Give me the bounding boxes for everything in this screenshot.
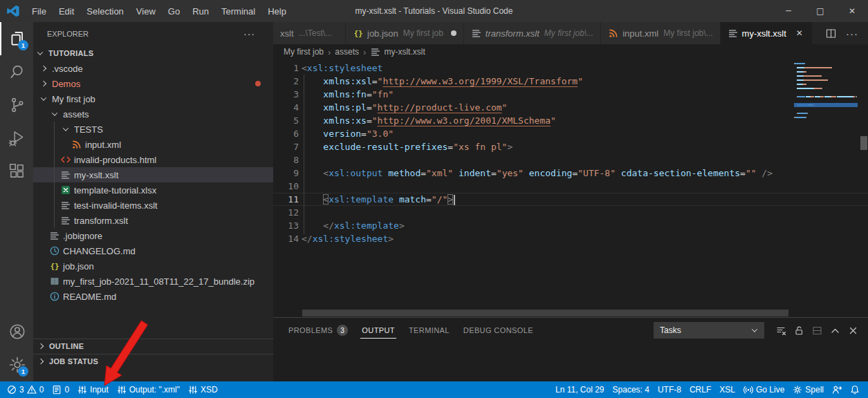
code-line-5[interactable]: 5 xmlns:xs="http://www.w3.org/2001/XMLSc…	[273, 114, 868, 127]
status-go-live[interactable]: Go Live	[739, 381, 788, 398]
menu-view[interactable]: View	[130, 0, 162, 22]
job-status-section-header[interactable]: JOB STATUS	[33, 354, 273, 368]
search-icon[interactable]	[0, 55, 33, 88]
status-cursor-position[interactable]: Ln 11, Col 29	[551, 381, 609, 398]
status-feedback[interactable]	[828, 381, 846, 398]
tree-file-jobignore[interactable]: .jobignore	[33, 228, 273, 243]
status-language-mode[interactable]: XSL	[715, 381, 739, 398]
status-encoding[interactable]: UTF-8	[654, 381, 685, 398]
tree-file-job-json[interactable]: {}job.json	[33, 258, 273, 274]
settings-gear-icon[interactable]: 1	[0, 348, 33, 381]
code-line-8[interactable]: 8	[273, 153, 868, 167]
status-spell-checker[interactable]: Spell	[788, 381, 828, 398]
menu-edit[interactable]: Edit	[53, 0, 80, 22]
horizontal-scrollbar[interactable]	[302, 310, 788, 316]
tree-root[interactable]: TUTORIALS	[33, 46, 273, 61]
code-line-13[interactable]: 13 </xsl:template>	[273, 219, 868, 232]
xml-file-icon	[608, 28, 619, 39]
maximize-panel-icon[interactable]	[830, 325, 840, 336]
maximize-button[interactable]: □	[804, 0, 836, 22]
minimap[interactable]	[794, 61, 858, 120]
close-panel-icon[interactable]	[848, 325, 858, 336]
extensions-icon[interactable]	[0, 155, 33, 188]
tab-xslt[interactable]: xslt...\Test\...	[273, 22, 346, 44]
tree-file-template-tutorial-xlsx[interactable]: template-tutorial.xlsx	[33, 182, 273, 198]
tree-file-input-xml[interactable]: input.xml	[33, 137, 273, 152]
outline-section-header[interactable]: OUTLINE	[33, 339, 273, 353]
menu-terminal[interactable]: Terminal	[215, 0, 261, 22]
output-channel-dropdown[interactable]: Tasks	[654, 322, 764, 339]
tree-file-transform-xslt[interactable]: transform.xslt	[33, 213, 273, 228]
panel-tab-debug-console[interactable]: DEBUG CONSOLE	[462, 322, 535, 339]
panel-tab-terminal[interactable]: TERMINAL	[407, 322, 451, 339]
panel-tab-output[interactable]: OUTPUT	[360, 322, 396, 339]
status-xslt-input[interactable]: Input	[73, 381, 113, 398]
tree-folder-assets[interactable]: assets	[33, 106, 273, 122]
json-file-icon: {}	[353, 28, 364, 39]
menu-file[interactable]: File	[26, 0, 53, 22]
breadcrumb-item-assets[interactable]: assets	[335, 47, 359, 57]
code-line-10[interactable]: 10	[273, 180, 868, 193]
code-line-7[interactable]: 7 exclude-result-prefixes="xs fn pl">	[273, 140, 868, 153]
code-line-3[interactable]: 3 xmlns:fn="fn"	[273, 88, 868, 101]
split-panel-icon[interactable]	[812, 325, 822, 336]
source-control-icon[interactable]	[0, 88, 33, 122]
status-task-count[interactable]: 0	[48, 381, 73, 398]
tree-file-my-xslt-xslt[interactable]: my-xslt.xslt	[33, 167, 273, 182]
tree-file-test-invalid-items-xslt[interactable]: test-invalid-items.xslt	[33, 198, 273, 213]
code-line-12[interactable]: 12	[273, 206, 868, 219]
account-icon[interactable]	[0, 315, 33, 348]
status-problems[interactable]: 30	[3, 381, 48, 398]
code-line-11[interactable]: 11 <xsl:template match="/">	[273, 193, 868, 206]
tab-job-json[interactable]: {}job.jsonMy first job	[346, 22, 464, 44]
split-editor-icon[interactable]	[826, 28, 836, 39]
tab-input-xml[interactable]: input.xmlMy first job\...	[601, 22, 720, 44]
problems-badge: 3	[337, 325, 348, 336]
menu-selection[interactable]: Selection	[80, 0, 129, 22]
tree-file-readme-md[interactable]: README.md	[33, 289, 273, 304]
breadcrumb-item-my-first-job[interactable]: My first job	[284, 47, 324, 57]
tree-file-my-first-job-2021-11-08t11-22-17-bundle-zip[interactable]: my_first_job-2021_11_08T11_22_17_bundle.…	[33, 274, 273, 289]
clear-output-icon[interactable]	[776, 325, 786, 336]
files-icon[interactable]: 1	[0, 22, 33, 55]
code-line-1[interactable]: 1<xsl:stylesheet	[273, 61, 868, 75]
breadcrumb-label: my-xslt.xslt	[384, 47, 425, 57]
status-xslt-xsd[interactable]: XSD	[184, 381, 222, 398]
status-xslt-output[interactable]: Output: ".xml"	[113, 381, 184, 398]
activity-badge: 1	[18, 366, 28, 377]
panel-tab-problems[interactable]: PROBLEMS3	[287, 321, 349, 340]
sliders-icon	[188, 385, 198, 395]
tree-folder-demos[interactable]: Demos	[33, 76, 273, 91]
code-text	[299, 180, 302, 193]
tree-item-label: TESTS	[74, 124, 103, 135]
tree-file-invalid-products-html[interactable]: invalid-products.html	[33, 152, 273, 167]
more-actions-icon[interactable]: ···	[846, 28, 858, 39]
code-editor[interactable]: 1<xsl:stylesheet2 xmlns:xsl="http://www.…	[273, 59, 868, 317]
breadcrumb-item-my-xslt-xslt[interactable]: my-xslt.xslt	[370, 46, 425, 57]
status-eol[interactable]: CRLF	[685, 381, 715, 398]
status-indentation[interactable]: Spaces: 4	[609, 381, 654, 398]
code-line-4[interactable]: 4 xmlns:pl="http://product-live.com"	[273, 101, 868, 114]
code-line-9[interactable]: 9 <xsl:output method="xml" indent="yes" …	[273, 167, 868, 180]
menu-help[interactable]: Help	[261, 0, 293, 22]
code-line-2[interactable]: 2 xmlns:xsl="http://www.w3.org/1999/XSL/…	[273, 75, 868, 88]
unlock-icon[interactable]	[794, 325, 804, 336]
code-line-6[interactable]: 6 version="3.0"	[273, 127, 868, 140]
close-icon[interactable]: ✕	[794, 28, 805, 38]
tree-folder-tests[interactable]: TESTS	[33, 122, 273, 137]
menu-go[interactable]: Go	[162, 0, 186, 22]
tree-folder-vscode[interactable]: .vscode	[33, 61, 273, 76]
vertical-scrollbar[interactable]	[860, 136, 867, 150]
tab-my-xslt-xslt[interactable]: my-xslt.xslt✕	[721, 22, 813, 44]
run-debug-icon[interactable]	[0, 122, 33, 155]
minimize-button[interactable]: ─	[773, 0, 804, 22]
views-more-actions-icon[interactable]: ···	[243, 28, 255, 39]
tab-transform-xslt[interactable]: transform.xsltMy first job\...	[464, 22, 601, 44]
menu-run[interactable]: Run	[186, 0, 215, 22]
status-notifications[interactable]	[846, 381, 864, 398]
explorer-sidebar: EXPLORER ··· TUTORIALS.vscodeDemosMy fir…	[33, 22, 273, 381]
tree-file-changelog-md[interactable]: CHANGELOG.md	[33, 243, 273, 258]
close-button[interactable]: ✕	[836, 0, 868, 22]
code-line-14[interactable]: 14</xsl:stylesheet>	[273, 232, 868, 245]
tree-folder-my-first-job[interactable]: My first job	[33, 91, 273, 106]
